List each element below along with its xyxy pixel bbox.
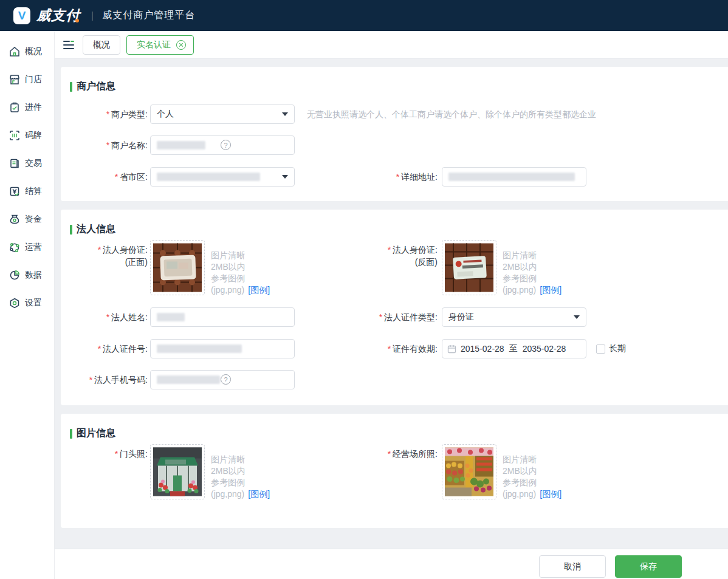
hint-line: 图片清晰 xyxy=(503,454,561,465)
yen-settle-icon xyxy=(9,186,20,197)
hint-line: 图片清晰 xyxy=(211,454,270,465)
id-front-photo xyxy=(153,243,202,292)
example-link[interactable]: [图例] xyxy=(540,488,561,500)
merchant-info-card: 商户信息 *商户类型: 个人 无营业执照请选个人、个体工商户请选个体户、除个体户… xyxy=(61,67,728,201)
sidebar-item-onboarding[interactable]: 进件 xyxy=(0,94,54,122)
merchant-type-label: *商户类型: xyxy=(70,104,148,124)
tab-overview[interactable]: 概况 xyxy=(83,35,120,55)
merchant-type-hint: 无营业执照请选个人、个体工商户请选个体户、除个体户的所有类型都选企业 xyxy=(307,104,596,124)
id-back-upload[interactable] xyxy=(442,240,496,295)
date-separator: 至 xyxy=(509,343,518,354)
address-label: *详细地址: xyxy=(337,167,438,187)
validity-end-date: 2035-02-28 xyxy=(523,344,566,354)
sidebar-item-label: 资金 xyxy=(25,214,42,225)
sidebar-item-funds[interactable]: 资金 xyxy=(0,205,54,233)
hint-line: (jpg,png) xyxy=(503,488,536,500)
section-title-legal: 法人信息 xyxy=(70,223,115,236)
sidebar-item-stores[interactable]: 门店 xyxy=(0,66,54,94)
tab-label: 概况 xyxy=(93,39,110,50)
storefront-photo xyxy=(153,447,202,496)
cert-type-label: *法人证件类型: xyxy=(337,307,438,327)
legal-name-row: *法人姓名: *法人证件类型: 身份证 xyxy=(70,307,719,327)
storefront-label: *门头照: xyxy=(70,448,148,460)
tab-realname-auth[interactable]: 实名认证 xyxy=(126,35,194,55)
validity-start-date: 2015-02-28 xyxy=(461,344,504,354)
cert-type-value: 身份证 xyxy=(448,312,474,323)
masked-value xyxy=(157,141,205,149)
sidebar-item-transactions[interactable]: 交易 xyxy=(0,149,54,177)
id-front-upload[interactable] xyxy=(150,240,205,295)
brand-text: 威支付 xyxy=(36,7,80,23)
upload-hints: 图片清晰 2MB以内 参考图例 (jpg,png)[图例] xyxy=(503,250,561,296)
required-mark: * xyxy=(98,245,101,255)
sidebar-item-settlement[interactable]: 结算 xyxy=(0,177,54,205)
section-title-text: 法人信息 xyxy=(77,223,115,236)
example-link[interactable]: [图例] xyxy=(540,284,561,296)
example-link[interactable]: [图例] xyxy=(248,284,270,296)
save-button[interactable]: 保存 xyxy=(615,555,682,578)
upload-hints: 图片清晰 2MB以内 参考图例 (jpg,png)[图例] xyxy=(503,454,561,500)
settings-icon xyxy=(9,298,20,309)
long-term-checkbox[interactable] xyxy=(596,344,605,354)
top-header: V 威支付 | 威支付商户管理平台 xyxy=(0,0,728,31)
sidebar-item-label: 交易 xyxy=(25,158,42,169)
close-icon[interactable] xyxy=(176,40,186,50)
masked-value xyxy=(157,313,185,321)
cert-no-input[interactable] xyxy=(150,339,295,358)
masked-value xyxy=(448,173,575,181)
hint-line: 图片清晰 xyxy=(211,250,270,261)
sidebar-item-label: 门店 xyxy=(25,74,42,85)
collapse-menu-icon[interactable] xyxy=(63,41,74,49)
sidebar-item-overview[interactable]: 概况 xyxy=(0,38,54,66)
region-label: *省市区: xyxy=(70,167,148,187)
sidebar-item-label: 结算 xyxy=(25,186,42,197)
merchant-type-row: *商户类型: 个人 无营业执照请选个人、个体工商户请选个体户、除个体户的所有类型… xyxy=(70,104,719,124)
chevron-down-icon xyxy=(282,112,288,116)
cert-type-select[interactable]: 身份证 xyxy=(442,307,586,327)
storefront-upload[interactable] xyxy=(150,444,205,499)
help-icon[interactable]: ? xyxy=(221,140,231,150)
id-back-label: *法人身份证: (反面) xyxy=(337,244,438,268)
address-input[interactable] xyxy=(442,167,586,187)
long-term-option[interactable]: 长期 xyxy=(596,343,626,354)
cancel-button[interactable]: 取消 xyxy=(539,555,606,578)
sidebar-item-qr-plates[interactable]: 码牌 xyxy=(0,122,54,149)
validity-daterange[interactable]: 2015-02-28 至 2035-02-28 xyxy=(442,339,586,358)
sidebar-item-settings[interactable]: 设置 xyxy=(0,289,54,317)
sidebar-item-label: 进件 xyxy=(25,102,42,113)
section-accent-bar xyxy=(70,82,72,92)
section-title-text: 图片信息 xyxy=(77,427,115,440)
section-title-merchant: 商户信息 xyxy=(70,80,115,93)
required-mark: * xyxy=(106,312,109,322)
id-back-photo xyxy=(445,243,493,292)
legal-name-input[interactable] xyxy=(150,307,295,327)
sidebar-item-label: 数据 xyxy=(25,270,42,281)
required-mark: * xyxy=(388,245,391,255)
region-address-row: *省市区: *详细地址: xyxy=(70,167,719,187)
brand-name: 威支付 xyxy=(36,6,80,25)
hint-line: 参考图例 xyxy=(503,477,561,488)
network-icon xyxy=(9,242,20,253)
region-select[interactable] xyxy=(150,167,295,187)
required-mark: * xyxy=(89,375,92,385)
premises-upload[interactable] xyxy=(442,444,496,499)
sidebar-item-data[interactable]: 数据 xyxy=(0,261,54,289)
home-icon xyxy=(9,46,20,57)
money-pouch-icon xyxy=(9,214,20,225)
chevron-down-icon xyxy=(282,175,288,179)
sidebar-item-operations[interactable]: 运营 xyxy=(0,233,54,261)
masked-value xyxy=(157,375,220,384)
example-link[interactable]: [图例] xyxy=(248,488,270,500)
cert-no-row: *法人证件号: *证件有效期: 2015-02-28 至 2035-02-28 xyxy=(70,339,719,358)
merchant-type-value: 个人 xyxy=(157,109,174,120)
sidebar-item-label: 码牌 xyxy=(25,130,42,141)
required-mark: * xyxy=(379,312,382,322)
upload-hints: 图片清晰 2MB以内 参考图例 (jpg,png)[图例] xyxy=(211,454,270,500)
long-term-label: 长期 xyxy=(609,343,626,354)
help-icon[interactable]: ? xyxy=(221,374,231,385)
merchant-type-select[interactable]: 个人 xyxy=(150,104,295,124)
chevron-down-icon xyxy=(574,315,580,319)
document-icon xyxy=(9,158,20,169)
tab-bar: 概况 实名认证 xyxy=(55,31,728,59)
hint-line: 参考图例 xyxy=(211,273,270,284)
